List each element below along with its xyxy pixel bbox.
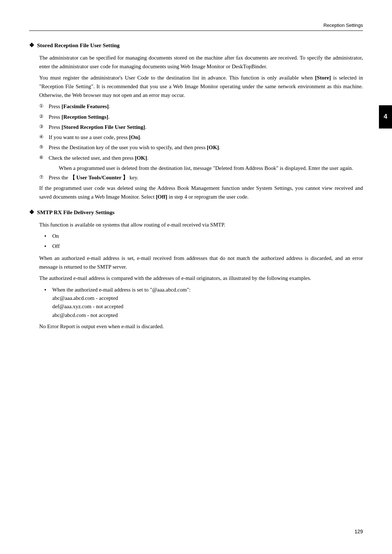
section1-heading: ❖ Stored Reception File User Setting <box>29 41 363 50</box>
step-5-num: ⑤ <box>39 143 49 151</box>
step-1-num: ① <box>39 102 49 110</box>
step-3: ③ Press [Stored Reception File User Sett… <box>39 123 363 131</box>
bullet-icon-example: • <box>44 286 52 295</box>
bullet-on-text: On <box>52 232 363 240</box>
section2-heading: ❖ SMTP RX File Delivery Settings <box>29 208 363 217</box>
step-3-num: ③ <box>39 123 49 130</box>
section1-para2-bold: [Store] <box>315 75 331 81</box>
example-intro: When the authorized e-mail address is se… <box>52 287 191 293</box>
section1-title: Stored Reception File User Setting <box>37 41 120 50</box>
step-7-num: ⑦ <box>39 174 49 181</box>
step-6-text: Check the selected user, and then press … <box>49 154 363 162</box>
section1-diamond-icon: ❖ <box>29 41 34 50</box>
example-text: When the authorized e-mail address is se… <box>52 286 363 319</box>
section1-warning: If the programmed user code was deleted … <box>39 184 363 201</box>
section1-para1: The administrator can be specified for m… <box>39 54 363 71</box>
page-container: Reception Settings 4 ❖ Stored Reception … <box>0 0 392 554</box>
bullet-icon-on: • <box>44 232 52 241</box>
section1: ❖ Stored Reception File User Setting The… <box>29 41 363 201</box>
section2-title: SMTP RX File Delivery Settings <box>37 208 115 217</box>
bullet-on: • On <box>44 232 363 241</box>
bullet-off: • Off <box>44 242 363 251</box>
example-item: • When the authorized e-mail address is … <box>44 286 363 319</box>
page-number: 129 <box>355 528 363 536</box>
smtp-bullets: • On • Off <box>44 232 363 251</box>
step-5: ⑤ Press the Destination key of the user … <box>39 143 363 152</box>
section2: ❖ SMTP RX File Delivery Settings This fu… <box>29 208 363 331</box>
step-4: ④ If you want to use a user code, press … <box>39 133 363 142</box>
step-7-bold: 【 User Tools/Counter 】 <box>70 175 128 180</box>
section1-para2-text1: You must register the administrator's Us… <box>39 75 315 81</box>
page-header: Reception Settings <box>29 22 363 31</box>
section2-para1: This function is available on systems th… <box>39 221 363 229</box>
section1-para2: You must register the administrator's Us… <box>39 74 363 99</box>
step-6-continuation: When a programmed user is deleted from t… <box>59 164 363 172</box>
step-3-text: Press [Stored Reception File User Settin… <box>49 123 363 131</box>
step-1-bold: [Facsimile Features] <box>61 103 109 109</box>
step-6-bold: [OK] <box>135 155 147 161</box>
chapter-tab: 4 <box>379 105 392 129</box>
step-6-num: ⑥ <box>39 154 49 161</box>
example-list: • When the authorized e-mail address is … <box>44 286 363 319</box>
step-4-bold: [On] <box>129 134 140 140</box>
step-6: ⑥ Check the selected user, and then pres… <box>39 154 363 162</box>
section2-para3: The authorized e-mail address is compare… <box>39 274 363 283</box>
warning-bold: [Off] <box>156 194 167 200</box>
example-2: def@aaa.xyz.com - not accepted <box>52 304 123 309</box>
warning-text2: in step 4 or reprogram the user code. <box>167 194 249 200</box>
step-5-text: Press the Destination key of the user yo… <box>49 143 363 152</box>
step-4-text: If you want to use a user code, press [O… <box>49 133 363 142</box>
step-2-num: ② <box>39 113 49 120</box>
step-7: ⑦ Press the 【 User Tools/Counter 】 key. <box>39 174 363 182</box>
step-7-text: Press the 【 User Tools/Counter 】 key. <box>49 174 363 182</box>
step-1: ① Press [Facsimile Features]. <box>39 102 363 111</box>
bullet-off-text: Off <box>52 242 363 250</box>
section2-para2: When an authorized e-mail address is set… <box>39 254 363 271</box>
step-2-text: Press [Reception Settings]. <box>49 113 363 121</box>
step-5-bold: [OK] <box>207 144 219 150</box>
step-4-num: ④ <box>39 133 49 140</box>
header-title: Reception Settings <box>323 22 363 29</box>
section2-note: No Error Report is output even when e-ma… <box>39 322 363 331</box>
step-3-bold: [Stored Reception File User Setting] <box>61 124 145 130</box>
example-1: abc@aaa.abcd.com - accepted <box>52 295 118 301</box>
step-2-bold: [Reception Settings] <box>61 114 108 120</box>
steps-list: ① Press [Facsimile Features]. ② Press [R… <box>39 102 363 182</box>
step-1-text: Press [Facsimile Features]. <box>49 102 363 111</box>
step-2: ② Press [Reception Settings]. <box>39 113 363 121</box>
example-3: abc@abcd.com - not accepted <box>52 312 118 318</box>
bullet-icon-off: • <box>44 242 52 251</box>
section2-diamond-icon: ❖ <box>29 208 34 217</box>
